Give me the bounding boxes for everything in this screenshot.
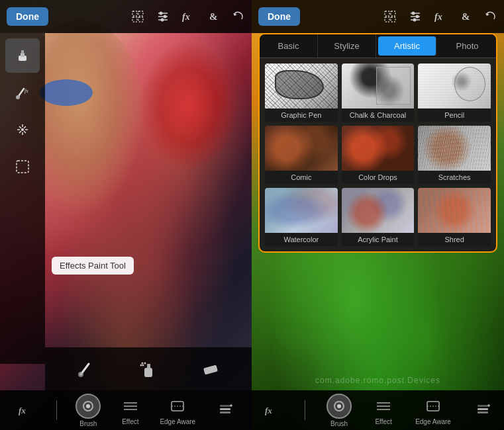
- svg-rect-34: [203, 365, 218, 374]
- fx-icon[interactable]: fx: [181, 10, 196, 23]
- filter-watercolor[interactable]: Watercolor: [265, 188, 338, 246]
- ampersand-icon[interactable]: &: [208, 10, 220, 23]
- svg-point-62: [337, 404, 341, 408]
- right-bottom-toolbar: fx Brush Effect: [252, 390, 504, 430]
- svg-text:fx: fx: [434, 12, 442, 22]
- right-brush-label: Brush: [330, 420, 348, 427]
- spray-sub-tool[interactable]: [134, 355, 163, 384]
- left-panel: Done: [0, 0, 252, 430]
- sub-tools-panel: [45, 347, 252, 390]
- svg-line-23: [24, 126, 26, 128]
- left-tools-panel: fx: [0, 33, 45, 364]
- brush-bottom-tool[interactable]: Brush: [76, 394, 101, 427]
- filter-thumb-pencil: [418, 64, 491, 108]
- filter-comic[interactable]: Comic: [265, 126, 338, 184]
- filter-label-shred: Shred: [418, 233, 491, 246]
- color-splash-blue: [40, 79, 93, 106]
- right-selection-icon[interactable]: [383, 10, 397, 23]
- left-done-button[interactable]: Done: [7, 7, 48, 26]
- right-fx-icon[interactable]: fx: [434, 10, 448, 23]
- right-layers-tool[interactable]: [472, 400, 493, 421]
- filter-color-drops[interactable]: Color Drops: [342, 126, 415, 184]
- bottom-fx-tool[interactable]: fx: [16, 400, 37, 421]
- right-done-button[interactable]: Done: [258, 7, 300, 26]
- svg-rect-44: [220, 411, 230, 413]
- right-effect-icon: [373, 396, 394, 417]
- tab-artistic[interactable]: Artistic: [378, 36, 436, 56]
- effect-icon: [120, 396, 141, 417]
- svg-line-21: [19, 126, 21, 128]
- svg-rect-0: [132, 11, 137, 16]
- right-ampersand-icon[interactable]: &: [460, 10, 472, 23]
- tab-photo[interactable]: Photo: [438, 34, 496, 58]
- left-bottom-toolbar: fx Brush Effect: [0, 390, 252, 430]
- right-edge-aware-label: Edge Aware: [415, 418, 451, 425]
- svg-text:fx: fx: [182, 12, 190, 22]
- svg-point-15: [16, 95, 20, 99]
- svg-rect-50: [385, 17, 389, 22]
- svg-rect-69: [478, 411, 488, 413]
- lasso-tool[interactable]: [5, 150, 40, 184]
- filter-graphic-pen[interactable]: Graphic Pen: [265, 64, 338, 122]
- selection-icon[interactable]: [131, 10, 144, 23]
- filter-thumb-scratches: [418, 126, 491, 171]
- svg-point-33: [140, 364, 142, 366]
- svg-point-37: [86, 404, 90, 408]
- effect-bottom-tool[interactable]: Effect: [120, 396, 141, 425]
- svg-point-8: [164, 15, 167, 19]
- filter-acrylic-paint[interactable]: Acrylic Paint: [342, 188, 415, 246]
- tooltip: Effects Paint Tool: [52, 257, 134, 275]
- tab-basic[interactable]: Basic: [260, 34, 318, 58]
- svg-text:fx: fx: [19, 406, 26, 415]
- svg-text:&: &: [209, 11, 218, 22]
- filter-pencil[interactable]: Pencil: [418, 64, 491, 122]
- svg-line-22: [24, 131, 26, 133]
- fx-brush-tool[interactable]: fx: [5, 75, 40, 110]
- right-bottom-fx-icon: fx: [262, 400, 283, 421]
- svg-rect-45: [220, 405, 230, 407]
- svg-rect-43: [220, 408, 230, 410]
- svg-point-55: [412, 12, 415, 15]
- svg-line-24: [19, 131, 21, 133]
- filter-chalk-charcoal[interactable]: Chalk & Charcoal: [342, 64, 415, 122]
- right-toolbar-top: Done: [252, 0, 504, 33]
- right-edge-aware-tool[interactable]: Edge Aware: [415, 396, 451, 425]
- filter-label-chalk: Chalk & Charcoal: [342, 108, 415, 122]
- filter-tabs: Basic Stylize Artistic Photo: [260, 34, 496, 58]
- filter-thumb-watercolor: [265, 188, 338, 233]
- svg-rect-28: [144, 368, 152, 377]
- edge-aware-bottom-tool[interactable]: Edge Aware: [160, 396, 195, 425]
- brush-sub-tool[interactable]: [72, 355, 101, 384]
- filter-panel: Basic Stylize Artistic Photo Graphic Pen…: [258, 33, 497, 253]
- left-toolbar-top: Done: [0, 0, 252, 33]
- left-toolbar-icons: fx &: [131, 10, 245, 23]
- right-effect-bottom-tool[interactable]: Effect: [373, 396, 394, 425]
- color-splash-red: [139, 40, 238, 172]
- right-undo-icon[interactable]: [484, 10, 497, 23]
- svg-text:fx: fx: [265, 406, 272, 415]
- svg-rect-49: [391, 11, 395, 16]
- smear-sub-tool[interactable]: [196, 355, 225, 384]
- undo-icon[interactable]: [232, 10, 245, 23]
- filter-thumb-acrylic: [342, 188, 415, 233]
- tab-stylize[interactable]: Stylize: [318, 34, 376, 58]
- svg-point-56: [416, 15, 419, 19]
- sliders-icon[interactable]: [156, 10, 170, 23]
- right-sliders-icon[interactable]: [409, 10, 422, 23]
- divider-1: [56, 400, 57, 420]
- filter-label-comic: Comic: [265, 171, 338, 184]
- layers-icon: [215, 400, 236, 421]
- layers-bottom-tool[interactable]: [215, 400, 236, 421]
- filter-shred[interactable]: Shred: [418, 188, 491, 246]
- right-edge-aware-icon: [423, 396, 444, 417]
- svg-rect-26: [17, 161, 28, 173]
- filter-scratches[interactable]: Scratches: [418, 126, 491, 184]
- magic-wand-tool[interactable]: [5, 112, 40, 147]
- svg-rect-2: [132, 17, 137, 22]
- filter-thumb-graphic-pen: [265, 64, 338, 108]
- svg-point-32: [142, 362, 144, 364]
- bottom-fx-icon: fx: [16, 400, 37, 421]
- effects-paint-tool[interactable]: [5, 38, 40, 73]
- right-bottom-fx-tool[interactable]: fx: [262, 400, 283, 421]
- right-brush-bottom-tool[interactable]: Brush: [327, 394, 352, 427]
